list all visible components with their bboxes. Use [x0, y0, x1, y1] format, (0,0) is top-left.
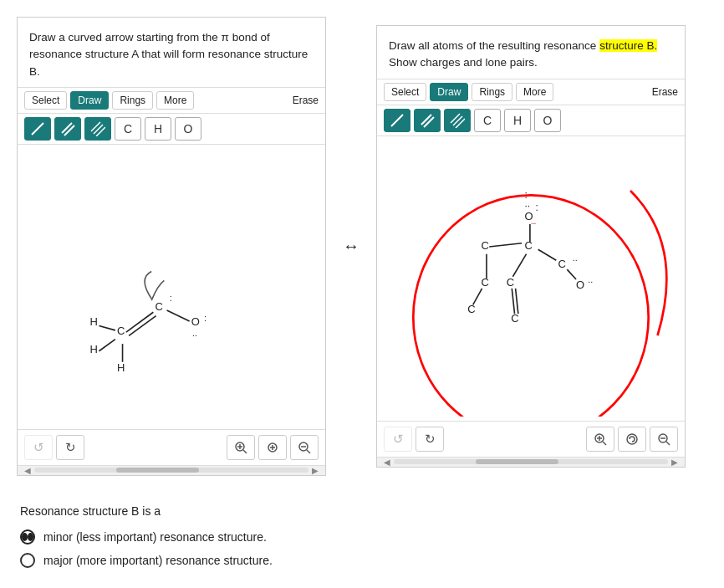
radio-major-circle[interactable]: [20, 553, 35, 568]
right-zoom-out-btn[interactable]: [650, 427, 678, 452]
svg-line-68: [666, 442, 670, 445]
svg-line-11: [99, 339, 115, 350]
right-reset-btn[interactable]: [618, 427, 646, 452]
radio-item-major[interactable]: major (more important) resonance structu…: [20, 553, 704, 568]
left-triple-bond-btn[interactable]: [84, 117, 111, 141]
left-scrollbar[interactable]: ◀ ▶: [18, 465, 325, 475]
left-scroll-track: [34, 468, 308, 473]
right-hydrogen-btn[interactable]: H: [504, 109, 531, 132]
right-question-part2: Show charges and lone pairs.: [389, 56, 538, 69]
radio-major-label: major (more important) resonance structu…: [43, 554, 273, 567]
svg-text::: :: [170, 293, 172, 303]
svg-line-57: [512, 288, 514, 313]
left-rings-btn[interactable]: Rings: [112, 91, 153, 110]
left-zoom-out-btn[interactable]: [290, 435, 319, 460]
left-double-bond-btn[interactable]: [54, 117, 81, 141]
left-panel: Draw a curved arrow starting from the π …: [17, 17, 326, 476]
left-question-text: Draw a curved arrow starting from the π …: [29, 31, 308, 78]
svg-line-4: [94, 125, 103, 134]
svg-text:H: H: [90, 315, 98, 328]
svg-text:C: C: [467, 303, 475, 315]
right-select-btn[interactable]: Select: [384, 83, 426, 101]
svg-point-66: [627, 434, 637, 444]
svg-line-3: [91, 122, 100, 131]
svg-line-14: [129, 315, 156, 335]
svg-text::: :: [204, 313, 206, 323]
right-question: Draw all atoms of the resulting resonanc…: [377, 26, 685, 79]
right-bottom-controls: ↺ ↻: [377, 421, 685, 457]
svg-line-22: [243, 450, 247, 453]
svg-line-16: [167, 310, 190, 321]
left-scroll-left-arrow[interactable]: ◀: [21, 466, 34, 475]
right-molecule-svg: : ·· O : − C C C: [377, 136, 685, 417]
svg-text:C: C: [558, 258, 565, 270]
right-draw-btn[interactable]: Draw: [430, 83, 468, 101]
right-panel: Draw all atoms of the resulting resonanc…: [376, 25, 686, 468]
left-erase-btn[interactable]: Erase: [293, 95, 319, 106]
right-zoom-in-btn[interactable]: [586, 427, 614, 452]
left-undo-btn[interactable]: ↺: [24, 435, 53, 460]
right-triple-bond-btn[interactable]: [444, 109, 471, 132]
svg-line-53: [567, 269, 576, 279]
svg-text:C: C: [507, 275, 514, 288]
right-redo-btn[interactable]: ↻: [416, 427, 444, 452]
svg-line-50: [538, 249, 557, 260]
left-draw-btn[interactable]: Draw: [70, 91, 109, 110]
svg-text:C: C: [117, 325, 125, 337]
left-zoom-in-btn[interactable]: [227, 435, 255, 460]
double-headed-arrow: ↔: [334, 237, 368, 256]
svg-line-0: [32, 123, 43, 135]
right-rings-btn[interactable]: Rings: [472, 83, 512, 101]
svg-line-5: [96, 127, 105, 136]
right-oxygen-btn[interactable]: O: [534, 109, 561, 132]
right-double-bond-btn[interactable]: [414, 109, 441, 132]
main-container: Draw a curved arrow starting from the π …: [17, 17, 707, 576]
left-oxygen-btn[interactable]: O: [175, 117, 201, 141]
right-undo-btn[interactable]: ↺: [384, 427, 412, 452]
panels-row: Draw a curved arrow starting from the π …: [17, 17, 707, 476]
left-scroll-thumb: [116, 468, 198, 473]
svg-text:C: C: [524, 239, 532, 252]
svg-text::: :: [535, 201, 538, 212]
svg-line-33: [424, 117, 434, 127]
right-single-bond-btn[interactable]: [384, 109, 410, 132]
right-scrollbar[interactable]: ◀ ▶: [377, 457, 685, 467]
right-canvas[interactable]: : ·· O : − C C C: [377, 136, 685, 421]
svg-text:O: O: [191, 315, 200, 328]
right-zoom-controls: [586, 427, 678, 452]
svg-text:..: ..: [588, 274, 593, 284]
svg-line-29: [307, 450, 310, 453]
svg-text:..: ..: [192, 328, 197, 338]
left-molecule-svg: H C H H C: [18, 145, 325, 417]
radio-minor-circle[interactable]: [20, 529, 35, 545]
right-more-btn[interactable]: More: [516, 83, 553, 101]
left-scroll-right-arrow[interactable]: ▶: [308, 466, 322, 475]
radio-minor-label: minor (less important) resonance structu…: [43, 530, 267, 544]
left-more-btn[interactable]: More: [156, 91, 194, 110]
svg-text:C: C: [481, 275, 488, 288]
left-select-btn[interactable]: Select: [24, 91, 67, 110]
left-carbon-btn[interactable]: C: [115, 117, 141, 141]
svg-text:−: −: [531, 217, 537, 229]
svg-line-32: [421, 115, 431, 125]
svg-line-34: [451, 114, 460, 123]
left-single-bond-btn[interactable]: [24, 117, 51, 141]
svg-line-35: [453, 116, 462, 125]
right-toolbar: Select Draw Rings More Erase: [377, 79, 685, 105]
right-carbon-btn[interactable]: C: [474, 109, 501, 132]
left-canvas[interactable]: H C H H C: [18, 145, 325, 429]
svg-line-55: [512, 253, 526, 276]
svg-line-10: [99, 325, 115, 330]
svg-text:C: C: [481, 239, 488, 252]
right-scroll-left-arrow[interactable]: ◀: [380, 458, 394, 467]
right-erase-btn[interactable]: Erase: [652, 86, 678, 98]
radio-item-minor[interactable]: minor (less important) resonance structu…: [20, 529, 704, 545]
left-hydrogen-btn[interactable]: H: [145, 117, 171, 141]
left-redo-btn[interactable]: ↻: [56, 435, 84, 460]
svg-line-45: [489, 243, 522, 246]
left-draw-tools: C H O: [18, 114, 325, 145]
right-scroll-right-arrow[interactable]: ▶: [668, 458, 681, 467]
left-question: Draw a curved arrow starting from the π …: [18, 18, 325, 87]
left-reset-btn[interactable]: [258, 435, 287, 460]
svg-text:C: C: [156, 300, 163, 313]
